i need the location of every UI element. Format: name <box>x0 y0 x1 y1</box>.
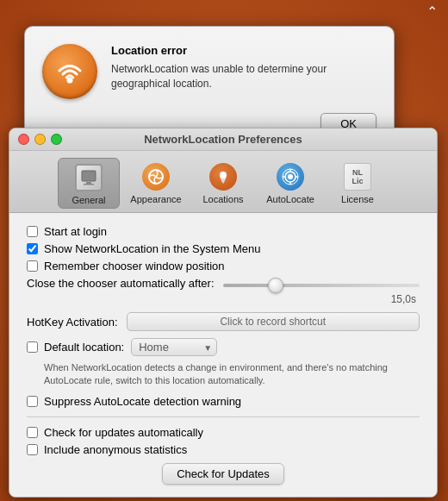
close-chooser-label: Close the chooser automatically after: <box>27 277 215 290</box>
tab-general-label: General <box>72 195 105 205</box>
tab-appearance-label: Appearance <box>130 194 181 204</box>
include-anonymous-row: Include anonymous statistics <box>27 443 420 456</box>
default-location-label: Default location: <box>44 341 124 354</box>
tab-license[interactable]: NLLic License <box>327 158 389 209</box>
alert-icon <box>42 44 97 99</box>
remember-chooser-row: Remember chooser window position <box>27 260 420 272</box>
start-at-login-checkbox[interactable] <box>27 226 38 237</box>
alert-title: Location error <box>111 44 376 57</box>
suppress-autolocate-row: Suppress AutoLocate detection warning <box>27 395 420 408</box>
shortcut-button[interactable]: Click to record shortcut <box>127 312 420 331</box>
preferences-content: Start at login Show NetworkLocation in t… <box>9 213 437 497</box>
slider-value: 15,0s <box>27 293 420 305</box>
tab-appearance[interactable]: Appearance <box>125 158 187 209</box>
slider-container <box>223 277 420 290</box>
window-title: NetworkLocation Preferences <box>9 133 437 146</box>
check-updates-auto-row: Check for updates automatically <box>27 426 420 439</box>
svg-point-0 <box>67 78 73 84</box>
check-updates-auto-checkbox[interactable] <box>27 427 38 438</box>
suppress-label: Suppress AutoLocate detection warning <box>44 395 241 408</box>
include-anonymous-checkbox[interactable] <box>27 444 38 455</box>
default-location-checkbox[interactable] <box>27 341 38 353</box>
appearance-icon <box>140 161 171 192</box>
locations-icon <box>208 161 239 192</box>
alert-message: NetworkLocation was unable to determine … <box>111 62 376 91</box>
minimize-button[interactable] <box>34 134 46 145</box>
close-chooser-row: Close the chooser automatically after: <box>27 277 420 290</box>
general-icon <box>73 162 104 193</box>
tab-general[interactable]: General <box>58 158 120 209</box>
toolbar: General Appearance <box>9 151 437 213</box>
svg-point-6 <box>288 174 293 179</box>
show-system-menu-label: Show NetworkLocation in the System Menu <box>44 242 260 255</box>
tab-autolocate[interactable]: AutoLocate <box>259 158 321 209</box>
autolocate-icon <box>275 161 306 192</box>
wifi-icon: ⌃ <box>426 3 438 20</box>
start-at-login-label: Start at login <box>44 225 107 238</box>
svg-rect-3 <box>84 184 94 185</box>
close-chooser-slider[interactable] <box>223 284 420 287</box>
check-updates-section: Check for Updates <box>27 463 420 485</box>
show-system-menu-row: Show NetworkLocation in the System Menu <box>27 242 420 255</box>
check-updates-auto-label: Check for updates automatically <box>44 426 203 439</box>
remember-chooser-checkbox[interactable] <box>27 260 38 272</box>
hotkey-row: HotKey Activation: Click to record short… <box>27 312 420 331</box>
maximize-button[interactable] <box>51 134 62 145</box>
tab-locations-label: Locations <box>202 194 243 204</box>
titlebar: NetworkLocation Preferences <box>9 128 437 151</box>
prefs-window: NetworkLocation Preferences General <box>9 128 438 498</box>
tab-license-label: License <box>341 194 374 204</box>
dropdown-wrapper: Home Work Other ▼ <box>131 338 217 356</box>
remember-chooser-label: Remember chooser window position <box>44 260 225 272</box>
default-location-dropdown[interactable]: Home Work Other <box>131 338 217 356</box>
license-icon: NLLic <box>342 161 373 192</box>
default-location-row: Default location: Home Work Other ▼ <box>27 338 420 356</box>
start-at-login-row: Start at login <box>27 225 420 238</box>
svg-rect-2 <box>86 182 91 184</box>
check-updates-button[interactable]: Check for Updates <box>162 463 284 485</box>
suppress-checkbox[interactable] <box>27 396 38 407</box>
tab-locations[interactable]: Locations <box>192 158 254 209</box>
svg-rect-1 <box>82 171 96 181</box>
default-location-info: When NetworkLocation detects a change in… <box>44 361 420 388</box>
divider <box>27 416 420 417</box>
tab-autolocate-label: AutoLocate <box>266 194 314 204</box>
close-button[interactable] <box>18 134 29 145</box>
show-system-menu-checkbox[interactable] <box>27 243 38 254</box>
window-controls <box>18 134 62 145</box>
hotkey-label: HotKey Activation: <box>27 316 118 329</box>
include-anonymous-label: Include anonymous statistics <box>44 443 187 456</box>
